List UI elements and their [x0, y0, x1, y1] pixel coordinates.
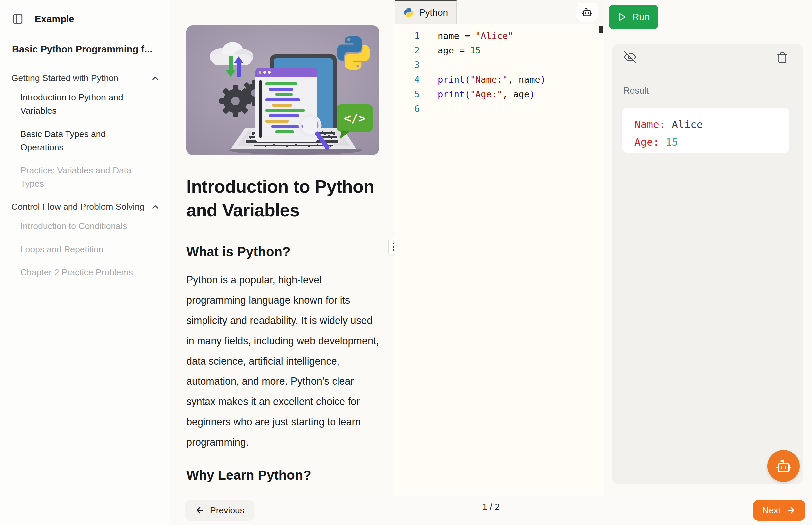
- output-line-1: Name:Alice: [635, 116, 778, 133]
- panel-left-icon: [12, 13, 23, 25]
- clear-output-button[interactable]: [777, 52, 788, 64]
- play-icon: [618, 12, 627, 21]
- next-button-label: Next: [763, 505, 781, 516]
- code-line-6: [438, 102, 546, 116]
- code-lines[interactable]: name = "Alice" age = 15 print("Name:", n…: [438, 29, 546, 116]
- lesson-illustration: </>: [186, 25, 379, 155]
- section-items-control-flow: Introduction to Conditionals Loops and R…: [12, 219, 160, 279]
- result-panel: Result Name:Alice Age:15: [612, 44, 803, 484]
- ai-assistant-button[interactable]: [576, 3, 598, 22]
- lesson-title: Introduction to Python and Variables: [186, 175, 380, 222]
- sidebar-item-loops-repetition[interactable]: Loops and Repetition: [20, 243, 160, 256]
- workspace-label: Example: [34, 14, 74, 25]
- ai-assistant-fab[interactable]: [767, 450, 800, 482]
- course-outline-nav: Getting Started with Python Introduction…: [11, 73, 160, 290]
- editor-scrollbar-thumb[interactable]: [598, 26, 603, 33]
- pagination-bar: Previous 1 / 2 Next: [170, 496, 812, 525]
- code-line-1: name = "Alice": [438, 29, 546, 43]
- tab-python-label: Python: [419, 7, 448, 18]
- section-label: Control Flow and Problem Solving: [11, 202, 145, 212]
- section-label: Getting Started with Python: [11, 73, 119, 84]
- result-header-divider: [612, 74, 803, 74]
- arrow-left-icon: [195, 505, 205, 515]
- course-title: Basic Python Programming f...: [12, 44, 168, 55]
- line-number: 1: [395, 29, 420, 43]
- sidebar-item-basic-data-types[interactable]: Basic Data Types and Operations: [20, 127, 160, 154]
- editor-result-divider: [604, 0, 604, 496]
- line-number-gutter: 1 2 3 4 5 6: [395, 29, 420, 116]
- lesson-heading-why-learn-python: Why Learn Python?: [186, 468, 311, 483]
- eye-off-icon: [623, 50, 637, 64]
- sidebar-item-chapter2-practice[interactable]: Chapter 2 Practice Problems: [20, 266, 160, 279]
- sidebar-header: Example: [12, 13, 74, 25]
- section-header-control-flow[interactable]: Control Flow and Problem Solving: [11, 202, 160, 212]
- lesson-paragraph: Python is a popular, high-level programm…: [186, 270, 380, 452]
- output-box: Name:Alice Age:15: [622, 108, 789, 153]
- page-indicator: 1 / 2: [458, 502, 524, 512]
- line-number: 3: [395, 58, 420, 72]
- previous-button-label: Previous: [210, 505, 244, 516]
- python-logo-icon: [404, 7, 414, 18]
- line-number: 4: [395, 72, 420, 87]
- code-line-5: print("Age:", age): [438, 87, 546, 102]
- sidebar-item-intro-python-variables[interactable]: Introduction to Python and Variables: [20, 91, 160, 117]
- previous-button[interactable]: Previous: [185, 500, 255, 521]
- code-line-4: print("Name:", name): [438, 72, 546, 87]
- run-button[interactable]: Run: [609, 5, 658, 29]
- sidebar-divider: [5, 63, 170, 63]
- sidebar-item-practice-variables[interactable]: Practice: Variables and Data Types: [20, 164, 160, 190]
- trash-icon: [777, 52, 788, 64]
- sidebar-toggle-button[interactable]: [12, 13, 23, 25]
- chevron-up-icon: [150, 73, 160, 84]
- tab-python[interactable]: Python: [395, 0, 456, 24]
- bot-icon: [582, 7, 592, 18]
- chevron-up-icon: [150, 202, 160, 212]
- line-number: 2: [395, 43, 420, 58]
- app-root: Example Basic Python Programming f... Ge…: [0, 0, 812, 525]
- bot-icon: [776, 458, 792, 474]
- line-number: 5: [395, 87, 420, 102]
- hide-output-button[interactable]: [623, 50, 637, 64]
- sidebar-item-intro-conditionals[interactable]: Introduction to Conditionals: [20, 219, 160, 232]
- sidebar: Example Basic Python Programming f... Ge…: [0, 0, 170, 525]
- output-line-2: Age:15: [635, 133, 778, 151]
- line-number: 6: [395, 102, 420, 116]
- code-line-2: age = 15: [438, 43, 546, 58]
- next-button[interactable]: Next: [753, 500, 806, 521]
- result-label: Result: [623, 86, 649, 96]
- section-header-getting-started[interactable]: Getting Started with Python: [11, 73, 160, 84]
- lesson-heading-what-is-python: What is Python?: [186, 244, 290, 259]
- result-panel-divider: [604, 39, 812, 39]
- svg-text:</>: </>: [344, 111, 365, 125]
- code-line-3: [438, 58, 546, 72]
- run-button-label: Run: [632, 12, 650, 22]
- section-items-getting-started: Introduction to Python and Variables Bas…: [12, 91, 160, 190]
- arrow-right-icon: [786, 505, 796, 515]
